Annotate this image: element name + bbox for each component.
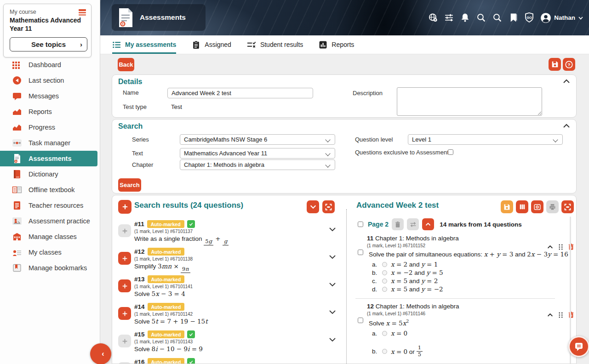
add-question-button[interactable] bbox=[118, 279, 131, 292]
save-button[interactable] bbox=[549, 58, 561, 71]
add-question-button[interactable] bbox=[118, 307, 131, 320]
sidebar-item-reports[interactable]: Reports bbox=[0, 104, 100, 119]
save-floppy-icon bbox=[551, 60, 559, 68]
print-button[interactable] bbox=[546, 200, 559, 213]
area-chart-icon bbox=[12, 122, 22, 132]
radio-icon[interactable] bbox=[382, 287, 387, 292]
notifications-bell-icon[interactable] bbox=[460, 13, 470, 23]
fullscreen-test-button[interactable] bbox=[561, 200, 574, 213]
expand-chevron-icon[interactable] bbox=[328, 253, 337, 261]
chapter-select[interactable]: Chapter 1: Methods in algebra bbox=[180, 159, 335, 170]
expand-chevron-icon[interactable] bbox=[328, 226, 337, 233]
sidebar-item-dictionary[interactable]: Dictionary bbox=[0, 166, 100, 182]
header-icons: GO Nathan bbox=[428, 0, 583, 35]
expand-chevron-icon[interactable] bbox=[328, 336, 337, 343]
tab-label: Student results bbox=[260, 41, 303, 48]
fullscreen-results-button[interactable] bbox=[322, 200, 335, 213]
add-all-button[interactable] bbox=[118, 200, 132, 214]
back-circle-icon bbox=[12, 75, 22, 85]
globe-settings-icon[interactable] bbox=[428, 13, 438, 23]
add-question-button[interactable] bbox=[118, 252, 131, 265]
description-textarea[interactable] bbox=[397, 87, 542, 116]
page-row: Page 2 14 marks from 14 questions bbox=[358, 218, 522, 230]
sidebar: My course Mathematics Advanced Year 11 S… bbox=[0, 0, 100, 364]
collapse-page-button[interactable] bbox=[422, 218, 434, 230]
option-key: a. bbox=[372, 261, 378, 268]
tab-assigned[interactable]: Assigned bbox=[192, 35, 231, 54]
sidebar-collapse-button[interactable]: ‹ bbox=[90, 343, 111, 364]
delete-question-icon[interactable] bbox=[568, 311, 574, 318]
plus-icon bbox=[121, 203, 129, 210]
add-question-button[interactable] bbox=[118, 362, 131, 364]
sidebar-item-dashboard[interactable]: Dashboard bbox=[0, 57, 100, 73]
sidebar-item-progress[interactable]: Progress bbox=[0, 119, 100, 135]
test-question-heading: 12 Chapter 1: Methods in algebra bbox=[367, 303, 459, 310]
svg-text:?: ? bbox=[567, 62, 570, 67]
select-question-checkbox[interactable] bbox=[358, 318, 363, 323]
question-meta: (1 mark, Level 1) #67101142 bbox=[134, 312, 193, 317]
preview-button[interactable] bbox=[531, 200, 543, 213]
bookmark-icon[interactable] bbox=[508, 13, 518, 23]
plus-icon bbox=[121, 338, 128, 345]
test-save-button[interactable] bbox=[501, 200, 513, 213]
sidebar-item-assessments[interactable]: Assessments bbox=[0, 151, 97, 166]
drag-grip-icon[interactable] bbox=[558, 244, 563, 250]
tune-sliders-icon[interactable] bbox=[444, 13, 454, 23]
search-icon-1[interactable] bbox=[476, 13, 486, 23]
collapse-chevron-up-icon[interactable] bbox=[562, 78, 571, 85]
expand-chevron-icon[interactable] bbox=[328, 281, 337, 288]
question-level-select[interactable]: Level 1 bbox=[408, 134, 563, 145]
reorder-pages-button[interactable] bbox=[407, 218, 419, 230]
go-badge-icon[interactable]: GO bbox=[524, 13, 534, 23]
back-button[interactable]: Back bbox=[118, 58, 134, 71]
tab-student-results[interactable]: Student results bbox=[247, 35, 303, 54]
question-text: Simplify 3mn × 9n bbox=[134, 262, 190, 276]
exclusive-checkbox[interactable] bbox=[448, 149, 453, 155]
search-icon-2[interactable] bbox=[492, 13, 502, 23]
select-question-checkbox[interactable] bbox=[358, 250, 363, 255]
radio-icon[interactable] bbox=[382, 279, 387, 284]
chat-fab-button[interactable] bbox=[568, 336, 589, 357]
collapse-chevron-up-icon[interactable] bbox=[562, 122, 571, 130]
option-text: x = 0 bbox=[391, 330, 407, 337]
user-menu[interactable]: Nathan bbox=[540, 12, 583, 23]
result-row-13: #13Auto-marked (1 mark, Level 1) #671011… bbox=[112, 275, 344, 302]
help-button[interactable]: ? bbox=[563, 58, 575, 71]
sidebar-item-manage-bookmarks[interactable]: Manage bookmarks bbox=[0, 260, 100, 276]
text-select[interactable]: Mathematics Advanced Year 11 bbox=[180, 148, 335, 159]
collapse-all-button[interactable] bbox=[307, 200, 319, 213]
sidebar-item-teacher-resources[interactable]: Teacher resources bbox=[0, 198, 100, 213]
sidebar-item-my-classes[interactable]: My classes bbox=[0, 245, 100, 260]
sidebar-item-manage-classes[interactable]: Manage classes bbox=[0, 229, 100, 245]
name-input[interactable] bbox=[167, 88, 313, 98]
collapse-chevron-up-icon[interactable] bbox=[547, 312, 554, 318]
collapse-chevron-up-icon[interactable] bbox=[547, 244, 554, 250]
series-select[interactable]: CambridgeMaths NSW Stage 6 bbox=[180, 134, 335, 145]
radio-icon[interactable] bbox=[382, 349, 387, 354]
sidebar-item-messages[interactable]: Messages bbox=[0, 88, 100, 104]
sidebar-item-last-section[interactable]: Last section bbox=[0, 73, 100, 88]
add-question-button[interactable] bbox=[118, 224, 131, 237]
sidebar-item-offline-textbook[interactable]: Offline textbook bbox=[0, 182, 100, 198]
question-number: #12 bbox=[134, 248, 145, 255]
delete-question-icon[interactable] bbox=[568, 243, 574, 250]
page-checkbox[interactable] bbox=[358, 222, 363, 227]
columns-layout-button[interactable] bbox=[516, 200, 528, 213]
search-button[interactable]: Search bbox=[118, 178, 141, 192]
see-topics-button[interactable]: See topics › bbox=[10, 37, 87, 51]
add-question-button[interactable] bbox=[118, 335, 131, 347]
option-text: x = 5 and y = 2 bbox=[391, 277, 438, 284]
chevron-right-icon: › bbox=[80, 40, 82, 48]
radio-icon[interactable] bbox=[382, 262, 387, 267]
sidebar-item-task-manager[interactable]: Task manager bbox=[0, 135, 100, 151]
expand-chevron-icon[interactable] bbox=[328, 308, 337, 316]
sidebar-item-assessment-practice[interactable]: Assessment practice bbox=[0, 213, 100, 229]
tab-reports[interactable]: Reports bbox=[319, 35, 354, 54]
question-meta: (1 mark, Level 1) #67101137 bbox=[134, 229, 193, 234]
delete-page-button[interactable] bbox=[392, 218, 404, 230]
radio-icon[interactable] bbox=[382, 331, 387, 336]
radio-icon[interactable] bbox=[382, 270, 387, 275]
drag-grip-icon[interactable] bbox=[558, 312, 563, 318]
test-question-meta: (1 mark, Level 1) #67101146 bbox=[367, 311, 425, 316]
tab-my-assessments[interactable]: My assessments bbox=[112, 35, 176, 54]
